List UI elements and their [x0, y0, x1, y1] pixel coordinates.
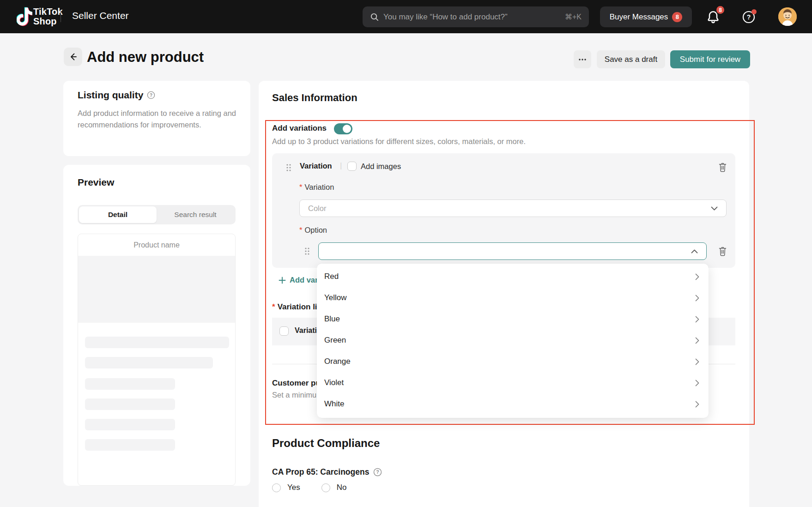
preview-image-placeholder	[78, 256, 235, 323]
help-button[interactable]: ?	[742, 11, 755, 24]
option-field-label: *Option	[299, 226, 327, 235]
chevron-right-icon	[695, 273, 699, 280]
variation-card: Variation | Add images *Variation Color …	[272, 153, 735, 268]
variation-card-title: Variation	[300, 162, 332, 170]
dropdown-option-blue[interactable]: Blue	[317, 308, 709, 330]
info-circle-icon[interactable]: ?	[147, 91, 155, 99]
trash-icon[interactable]	[718, 162, 727, 172]
option-drag-handle-icon[interactable]	[304, 247, 310, 255]
svg-text:?: ?	[150, 93, 152, 98]
save-draft-button[interactable]: Save as a draft	[597, 50, 665, 68]
add-variations-label: Add variations	[272, 124, 327, 133]
svg-text:?: ?	[747, 13, 751, 21]
skeleton-line	[85, 357, 213, 368]
option-trash-icon[interactable]	[718, 246, 727, 256]
ellipsis-icon	[578, 58, 587, 61]
buyer-messages-badge: 8	[672, 12, 682, 22]
add-images-checkbox[interactable]	[347, 162, 357, 171]
chevron-down-icon	[711, 206, 718, 211]
preview-title: Preview	[78, 177, 114, 188]
variation-type-select[interactable]: Color	[299, 199, 727, 217]
plus-icon	[279, 277, 286, 284]
submit-review-button[interactable]: Submit for review	[670, 50, 750, 68]
account-avatar[interactable]	[778, 7, 797, 26]
required-mark: *	[299, 183, 302, 191]
top-navbar: TikTok Shop Seller Center You may like “…	[0, 0, 812, 33]
variation-field-label: *Variation	[299, 183, 334, 192]
required-mark: *	[299, 226, 302, 234]
add-images-label: Add images	[361, 162, 401, 171]
preview-phone-frame: Product name	[78, 234, 236, 486]
customer-purchase-label: Customer pu	[272, 379, 321, 388]
skeleton-line	[85, 398, 175, 410]
radio-no-label: No	[337, 483, 347, 492]
add-variations-description: Add up to 3 product variations for diffe…	[272, 137, 526, 146]
tiktok-shop-wordmark: TikTok Shop	[33, 7, 63, 26]
variation-select-placeholder: Color	[308, 204, 711, 213]
skeleton-line	[85, 419, 175, 430]
preview-tabs: Detail Search result	[78, 205, 236, 224]
help-alert-dot	[751, 9, 757, 14]
dropdown-option-violet[interactable]: Violet	[317, 372, 709, 393]
info-circle-icon[interactable]: ?	[373, 468, 382, 477]
product-compliance-title: Product Compliance	[272, 437, 380, 450]
global-search-input[interactable]: You may like “How to add product?” ⌘+K	[363, 6, 589, 27]
chevron-right-icon	[695, 401, 699, 408]
add-variations-toggle[interactable]	[334, 123, 352, 134]
skeleton-line	[85, 378, 175, 390]
ca-prop-65-label: CA Prop 65: Carcinogens ?	[272, 467, 382, 477]
search-shortcut: ⌘+K	[565, 12, 582, 21]
more-actions-button[interactable]	[574, 50, 591, 68]
chevron-right-icon	[695, 380, 699, 386]
tiktok-logo-icon	[17, 6, 32, 27]
customer-purchase-subtext: Set a minimu	[272, 391, 316, 399]
chevron-right-icon	[695, 295, 699, 302]
listing-quality-card: Listing quality ? Add product informatio…	[63, 81, 250, 156]
logo-line-2: Shop	[33, 17, 63, 26]
chevron-right-icon	[695, 316, 699, 323]
arrow-left-icon	[68, 52, 78, 61]
option-dropdown-menu: Red Yellow Blue Green Orange Violet Whit…	[317, 264, 709, 418]
select-all-checkbox[interactable]	[279, 326, 289, 336]
search-icon	[370, 12, 379, 21]
skeleton-line	[85, 337, 229, 348]
preview-product-name: Product name	[78, 234, 235, 256]
drag-handle-icon[interactable]	[286, 163, 291, 172]
seller-center-title: Seller Center	[72, 10, 129, 21]
dropdown-option-yellow[interactable]: Yellow	[317, 287, 709, 308]
required-mark: *	[272, 302, 275, 311]
search-placeholder: You may like “How to add product?”	[383, 12, 560, 22]
skeleton-line	[85, 439, 175, 451]
logo-line-1: TikTok	[33, 7, 63, 17]
option-combobox-focused[interactable]	[318, 242, 707, 260]
listing-quality-description: Add product information to receive a rat…	[78, 108, 237, 131]
tab-detail[interactable]: Detail	[79, 206, 157, 223]
radio-yes-label: Yes	[287, 483, 300, 492]
navbar-divider	[61, 11, 61, 22]
ca-prop-radio-group: Yes No	[272, 483, 346, 492]
dropdown-option-green[interactable]: Green	[317, 330, 709, 351]
toggle-knob	[343, 125, 351, 133]
avatar-face	[778, 7, 797, 26]
tab-search-result[interactable]: Search result	[157, 206, 234, 223]
dropdown-option-white[interactable]: White	[317, 393, 709, 415]
chevron-right-icon	[695, 358, 699, 365]
sales-information-title: Sales Information	[272, 92, 358, 104]
variation-list-label: *Variation li	[272, 302, 317, 312]
radio-yes[interactable]	[272, 483, 281, 492]
page-title: Add new product	[87, 49, 204, 66]
dropdown-option-red[interactable]: Red	[317, 266, 709, 287]
chevron-up-icon	[691, 249, 698, 254]
dropdown-option-orange[interactable]: Orange	[317, 351, 709, 372]
chevron-right-icon	[695, 337, 699, 344]
svg-text:?: ?	[376, 469, 379, 475]
radio-no[interactable]	[321, 483, 330, 492]
back-button[interactable]	[64, 48, 82, 66]
preview-card: Preview Detail Search result Product nam…	[63, 165, 250, 486]
buyer-messages-button[interactable]: Buyer Messages 8	[600, 6, 692, 27]
notifications-button[interactable]: 8	[706, 9, 721, 25]
buyer-messages-label: Buyer Messages	[610, 12, 668, 22]
notifications-badge: 8	[715, 5, 725, 15]
listing-quality-title: Listing quality	[78, 90, 143, 101]
header-divider: |	[340, 161, 342, 170]
